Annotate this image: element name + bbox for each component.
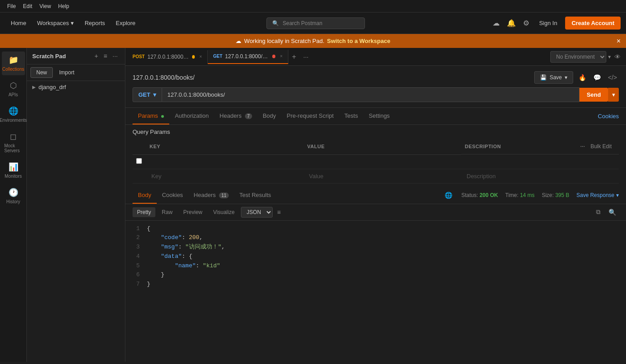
menu-file[interactable]: File <box>4 3 19 9</box>
globe-icon-btn[interactable]: 🌐 <box>443 190 454 201</box>
sidebar-item-history[interactable]: 🕐 History <box>2 184 25 208</box>
tab-close-icon2[interactable]: × <box>280 54 283 59</box>
nav-explore[interactable]: Explore <box>111 17 141 29</box>
params-more-icon[interactable]: ··· <box>580 144 585 149</box>
save-icon: 💾 <box>540 74 547 81</box>
resp-tab-headers[interactable]: Headers 11 <box>189 187 234 204</box>
resp-tab-body[interactable]: Body <box>133 187 157 204</box>
nav-workspaces[interactable]: Workspaces ▾ <box>32 17 79 29</box>
tab-get-books[interactable]: GET 127.0.0.1:8000/books/ × <box>208 50 288 64</box>
sidebar-item-mock-servers[interactable]: ◻ Mock Servers <box>2 128 25 157</box>
history-icon: 🕐 <box>9 188 18 197</box>
json-format-select[interactable]: JSON <box>241 207 273 218</box>
more-collection-button[interactable]: ··· <box>111 51 120 60</box>
app-body: 📁 Collections ⬡ APIs 🌐 Environments ◻ Mo… <box>0 48 626 362</box>
search-response-icon-btn[interactable]: 🔍 <box>606 207 619 217</box>
env-eye-button[interactable]: 👁 <box>614 53 621 60</box>
menu-view[interactable]: View <box>36 3 55 9</box>
req-tab-pre-request[interactable]: Pre-request Script <box>281 108 339 124</box>
comment-icon-btn[interactable]: 💬 <box>592 72 603 83</box>
resp-headers-badge: 11 <box>219 193 228 198</box>
send-button[interactable]: Send <box>579 88 608 102</box>
flame-icon-btn[interactable]: 🔥 <box>577 72 588 83</box>
menu-edit[interactable]: Edit <box>19 3 36 9</box>
code-line-2: "code": 200, <box>147 233 619 243</box>
apis-icon: ⬡ <box>10 81 17 90</box>
query-params-section: Query Params KEY VALUE DESCRIPTION <box>125 125 626 187</box>
switch-workspace-link[interactable]: Switch to a Workspace <box>327 38 390 44</box>
import-button[interactable]: Import <box>56 67 78 78</box>
copy-icon-btn[interactable]: ⧉ <box>593 207 603 217</box>
fmt-preview-button[interactable]: Preview <box>179 207 207 217</box>
fmt-pretty-button[interactable]: Pretty <box>133 207 155 217</box>
cookies-link[interactable]: Cookies <box>598 113 619 120</box>
cloud-icon-btn[interactable]: ☁ <box>491 17 502 29</box>
req-tab-params[interactable]: Params <box>133 108 169 124</box>
fmt-visualize-button[interactable]: Visualize <box>209 207 239 217</box>
nav-search-area: 🔍 Search Postman <box>141 17 491 29</box>
tab-more-button[interactable]: ··· <box>300 50 312 64</box>
sidebar-item-monitors[interactable]: 📊 Monitors <box>2 158 25 182</box>
tab-post-login[interactable]: POST 127.0.0.1:8000/login2/ × <box>127 50 208 64</box>
banner-close-button[interactable]: × <box>617 37 621 45</box>
method-chevron-icon: ▾ <box>153 91 156 98</box>
time-label: Time: 14 ms <box>505 192 535 198</box>
sidebar-item-apis[interactable]: ⬡ APIs <box>2 77 25 101</box>
key-input-placeholder[interactable] <box>150 171 300 181</box>
filter-collection-button[interactable]: ≡ <box>102 51 109 60</box>
request-title: 127.0.0.1:8000/books/ <box>133 74 195 81</box>
send-dropdown-button[interactable]: ▾ <box>608 88 619 102</box>
size-value: 395 B <box>555 192 569 198</box>
req-tab-settings[interactable]: Settings <box>363 108 395 124</box>
tab-url-books: 127.0.0.1:8000/books/ <box>225 53 270 60</box>
chevron-right-icon: ▶ <box>32 85 36 90</box>
sidebar-apis-label: APIs <box>9 92 18 97</box>
add-collection-button[interactable]: + <box>93 51 100 60</box>
search-box[interactable]: 🔍 Search Postman <box>266 17 365 29</box>
row-checkbox[interactable] <box>136 158 142 164</box>
sign-in-button[interactable]: Sign In <box>535 17 562 29</box>
method-select[interactable]: GET ▾ <box>133 87 162 102</box>
nav-right: ☁ 🔔 ⚙ Sign In Create Account <box>491 17 621 30</box>
nav-bar: Home Workspaces ▾ Reports Explore 🔍 Sear… <box>0 13 626 34</box>
code-line-7: } <box>147 280 619 289</box>
menu-help[interactable]: Help <box>55 3 73 9</box>
save-response-button[interactable]: Save Response ▾ <box>576 192 619 198</box>
desc-input-placeholder[interactable] <box>465 171 615 181</box>
code-line-3: "msg": "访问成功！", <box>147 243 619 252</box>
code-icon-btn[interactable]: </> <box>606 72 619 83</box>
fmt-raw-button[interactable]: Raw <box>157 207 177 217</box>
desc-input-empty[interactable] <box>465 156 615 167</box>
create-account-button[interactable]: Create Account <box>565 17 621 30</box>
response-area: Body Cookies Headers 11 Test Results 🌐 S… <box>125 187 626 362</box>
collections-icon: 📁 <box>9 55 18 65</box>
save-button[interactable]: 💾 Save ▾ <box>534 71 573 84</box>
bell-icon-btn[interactable]: 🔔 <box>505 17 518 29</box>
nav-home[interactable]: Home <box>5 17 32 29</box>
req-tab-tests[interactable]: Tests <box>339 108 363 124</box>
bulk-edit-button[interactable]: Bulk Edit <box>587 141 615 151</box>
req-tab-headers[interactable]: Headers 7 <box>214 108 257 124</box>
tab-close-icon[interactable]: × <box>199 54 202 59</box>
collection-item-django[interactable]: ▶ django_drf <box>27 81 125 93</box>
response-format-bar: Pretty Raw Preview Visualize JSON ≡ ⧉ 🔍 <box>125 204 626 221</box>
mock-servers-icon: ◻ <box>10 132 17 141</box>
sidebar-item-environments[interactable]: 🌐 Environments <box>2 103 25 126</box>
code-line-5: "name": "kid" <box>147 261 619 271</box>
code-line-4: "data": { <box>147 252 619 261</box>
nav-reports[interactable]: Reports <box>79 17 111 29</box>
sidebar-item-collections[interactable]: 📁 Collections <box>2 51 25 75</box>
req-tab-body[interactable]: Body <box>257 108 282 124</box>
url-input[interactable] <box>162 87 579 102</box>
new-button[interactable]: New <box>30 67 53 78</box>
tab-add-button[interactable]: + <box>288 49 300 64</box>
wrap-icon-btn[interactable]: ≡ <box>274 207 283 217</box>
environment-select[interactable]: No Environment <box>550 51 606 63</box>
req-tab-authorization[interactable]: Authorization <box>169 108 214 124</box>
value-input-placeholder[interactable] <box>307 171 458 181</box>
resp-tab-cookies[interactable]: Cookies <box>157 187 189 204</box>
settings-icon-btn[interactable]: ⚙ <box>521 17 531 29</box>
key-input-empty[interactable] <box>150 157 300 167</box>
value-input-empty[interactable] <box>307 157 458 167</box>
resp-tab-test-results[interactable]: Test Results <box>234 187 277 204</box>
